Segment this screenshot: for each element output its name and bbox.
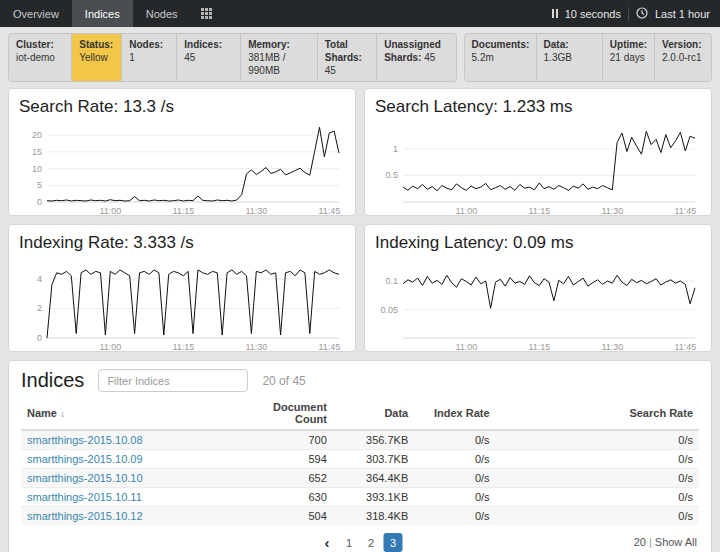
cell-value: 2.0.0-rc1 — [662, 52, 701, 63]
search-rate-cell: 0/s — [496, 507, 699, 526]
index-name-cell: smartthings-2015.10.11 — [21, 488, 238, 507]
indices-panel: Indices 20 of 45 Name ↓ Document Count D… — [8, 360, 712, 552]
table-header-row: Name ↓ Document Count Data Index Rate Se… — [21, 397, 699, 430]
separator: | — [649, 536, 652, 548]
search-latency-chart: 0.5111:0011:1511:3011:45 — [375, 119, 701, 217]
data-cell: 356.7KB — [333, 430, 414, 450]
memory-cell: Memory: 381MB / 990MB — [241, 34, 318, 81]
page-button-3[interactable]: 3 — [384, 533, 403, 552]
indexing-rate-title: Indexing Rate: 3.333 /s — [19, 233, 345, 253]
cell-label: Memory: — [248, 39, 290, 50]
column-header-search-rate[interactable]: Search Rate — [496, 397, 699, 430]
nodes-count-cell: Nodes: 1 — [122, 34, 177, 81]
sort-desc-icon: ↓ — [60, 408, 65, 419]
svg-text:0.1: 0.1 — [385, 276, 398, 286]
column-header-data[interactable]: Data — [333, 397, 414, 430]
indexing-latency-panel: Indexing Latency: 0.09 ms 0.050.111:0011… — [364, 224, 712, 352]
apps-grid-icon[interactable] — [191, 0, 222, 27]
search-rate-panel: Search Rate: 13.3 /s 0510152011:0011:151… — [8, 88, 356, 216]
svg-text:11:30: 11:30 — [245, 342, 267, 352]
index-link[interactable]: smartthings-2015.10.11 — [27, 491, 142, 503]
tab-overview[interactable]: Overview — [0, 0, 72, 27]
index-rate-cell: 0/s — [414, 430, 495, 450]
table-row: smartthings-2015.10.12 504 318.4KB 0/s 0… — [21, 507, 699, 526]
svg-text:20: 20 — [32, 130, 42, 140]
search-rate-title: Search Rate: 13.3 /s — [19, 97, 345, 117]
document-count-cell: 504 — [238, 507, 333, 526]
indexing-rate-chart: 02411:0011:1511:3011:45 — [19, 255, 345, 353]
nav-right-controls: 10 seconds Last 1 hour — [552, 0, 720, 27]
svg-text:11:00: 11:00 — [99, 206, 121, 216]
svg-text:11:00: 11:00 — [455, 342, 477, 352]
data-cell: 364.4KB — [333, 469, 414, 488]
status-badge: Status: Yellow — [72, 34, 122, 81]
cell-label: Indices: — [184, 39, 222, 50]
column-header-name[interactable]: Name ↓ — [21, 397, 238, 430]
tab-indices[interactable]: Indices — [72, 0, 133, 27]
table-footer: ‹ 1 2 3 20|Show All — [21, 533, 699, 552]
svg-text:5: 5 — [37, 180, 42, 190]
cell-label: Data: — [544, 39, 569, 50]
clock-icon — [636, 7, 648, 21]
cell-value: 45 — [424, 52, 435, 63]
prev-page-button[interactable]: ‹ — [318, 533, 337, 552]
show-all-link[interactable]: Show All — [655, 536, 697, 548]
index-link[interactable]: smartthings-2015.10.10 — [27, 472, 143, 484]
index-name-cell: smartthings-2015.10.12 — [21, 507, 238, 526]
svg-text:11:45: 11:45 — [674, 206, 696, 216]
cell-label: Status: — [79, 39, 113, 50]
indices-count-cell: Indices: 45 — [177, 34, 241, 81]
pause-icon[interactable] — [552, 9, 558, 18]
index-rate-cell: 0/s — [414, 488, 495, 507]
charts-grid: Search Rate: 13.3 /s 0510152011:0011:151… — [8, 88, 712, 352]
index-rate-cell: 0/s — [414, 507, 495, 526]
column-header-document-count[interactable]: Document Count — [238, 397, 333, 430]
cell-label: Uptime: — [610, 39, 647, 50]
pagination: ‹ 1 2 3 — [318, 533, 403, 552]
index-rate-cell: 0/s — [414, 469, 495, 488]
index-name-cell: smartthings-2015.10.08 — [21, 430, 238, 450]
cell-label: Cluster: — [16, 39, 54, 50]
svg-text:0.5: 0.5 — [385, 170, 398, 180]
cluster-status-bar: Cluster: iot-demo Status: Yellow Nodes: … — [8, 33, 712, 82]
cell-label: Version: — [662, 39, 701, 50]
svg-text:11:15: 11:15 — [528, 206, 550, 216]
time-range-label[interactable]: Last 1 hour — [655, 8, 710, 20]
cell-label: Documents: — [472, 39, 530, 50]
indices-table: Name ↓ Document Count Data Index Rate Se… — [21, 397, 699, 525]
search-latency-panel: Search Latency: 1.233 ms 0.5111:0011:151… — [364, 88, 712, 216]
page-button-1[interactable]: 1 — [340, 533, 359, 552]
cluster-group-left: Cluster: iot-demo Status: Yellow Nodes: … — [8, 33, 457, 82]
table-row: smartthings-2015.10.08 700 356.7KB 0/s 0… — [21, 430, 699, 450]
page-size-value[interactable]: 20 — [634, 536, 646, 548]
index-link[interactable]: smartthings-2015.10.09 — [27, 453, 143, 465]
svg-text:11:45: 11:45 — [318, 342, 340, 352]
search-rate-cell: 0/s — [496, 430, 699, 450]
cell-value: Yellow — [79, 52, 108, 63]
page-size-controls: 20|Show All — [634, 536, 697, 548]
index-link[interactable]: smartthings-2015.10.12 — [27, 510, 143, 522]
cell-value: 1.3GB — [544, 52, 572, 63]
column-header-index-rate[interactable]: Index Rate — [414, 397, 495, 430]
document-count-cell: 700 — [238, 430, 333, 450]
unassigned-shards-cell: Unassigned Shards: 45 — [377, 34, 455, 81]
filter-indices-input[interactable] — [98, 369, 248, 392]
data-cell: 393.1KB — [333, 488, 414, 507]
svg-text:11:45: 11:45 — [318, 206, 340, 216]
indexing-latency-chart: 0.050.111:0011:1511:3011:45 — [375, 255, 701, 353]
refresh-interval-label[interactable]: 10 seconds — [565, 8, 621, 20]
index-name-cell: smartthings-2015.10.10 — [21, 469, 238, 488]
svg-text:2: 2 — [37, 303, 42, 313]
tab-nodes[interactable]: Nodes — [133, 0, 191, 27]
indices-header: Indices 20 of 45 — [21, 369, 699, 392]
cell-value: 5.2m — [472, 52, 494, 63]
search-rate-cell: 0/s — [496, 469, 699, 488]
search-rate-cell: 0/s — [496, 488, 699, 507]
search-rate-chart: 0510152011:0011:1511:3011:45 — [19, 119, 345, 217]
svg-text:1: 1 — [393, 144, 398, 154]
document-count-cell: 652 — [238, 469, 333, 488]
index-link[interactable]: smartthings-2015.10.08 — [27, 434, 143, 446]
version-cell: Version: 2.0.0-rc1 — [655, 34, 711, 81]
svg-text:11:00: 11:00 — [455, 206, 477, 216]
page-button-2[interactable]: 2 — [362, 533, 381, 552]
